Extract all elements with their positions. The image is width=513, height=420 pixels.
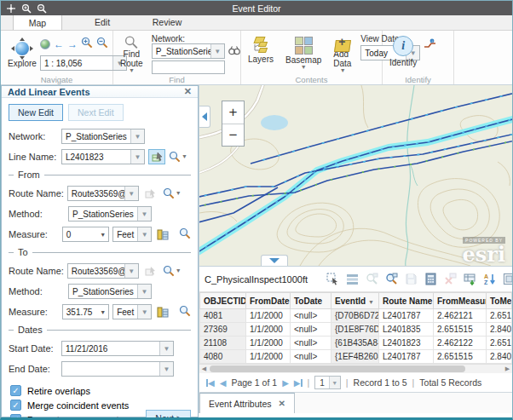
save-icon[interactable] bbox=[405, 272, 418, 286]
zoom-out-icon[interactable] bbox=[37, 3, 47, 14]
col-tomeasure[interactable]: ToMea bbox=[487, 293, 512, 309]
end-date-picker[interactable]: ▼ bbox=[61, 361, 174, 377]
delete-record-icon[interactable] bbox=[444, 272, 457, 286]
select-records-icon[interactable] bbox=[326, 272, 339, 286]
next-page-icon[interactable]: ▶ bbox=[282, 378, 289, 388]
map-zoom-out-button[interactable]: − bbox=[222, 124, 244, 146]
scrollbar-thumb[interactable] bbox=[210, 365, 465, 372]
chevron-down-icon[interactable]: ▼ bbox=[137, 305, 151, 319]
zoom-to-to-route-button[interactable]: ▼ bbox=[163, 265, 182, 277]
first-page-icon[interactable]: ◀ bbox=[206, 378, 215, 388]
select-line-on-map-icon[interactable] bbox=[148, 149, 165, 164]
append-records-icon[interactable] bbox=[464, 272, 476, 286]
find-route-input[interactable] bbox=[152, 60, 225, 74]
zoom-to-to-measure-icon[interactable] bbox=[179, 305, 191, 319]
new-edit-button[interactable]: New Edit bbox=[9, 104, 63, 121]
to-measure-input[interactable]: 351.75 ▼ bbox=[62, 304, 109, 319]
chevron-down-icon[interactable]: ▼ bbox=[329, 377, 340, 388]
chevron-down-icon[interactable]: ▼ bbox=[137, 207, 151, 221]
last-page-icon[interactable]: ▶ bbox=[294, 378, 303, 388]
chevron-down-icon[interactable]: ▼ bbox=[159, 342, 173, 355]
show-selected-records-icon[interactable] bbox=[346, 272, 359, 286]
collapse-table-button[interactable] bbox=[261, 255, 288, 266]
horizontal-scrollbar[interactable]: ◀ ▶ bbox=[199, 364, 512, 373]
to-route-select[interactable]: Route33569@Cent ▼ bbox=[67, 263, 139, 279]
checkbox-checked-icon[interactable]: ✓ bbox=[10, 400, 21, 411]
close-icon[interactable]: ✕ bbox=[279, 399, 285, 408]
next-button[interactable]: Next > bbox=[146, 410, 191, 420]
find-network-select[interactable]: P_StationSeries ▼ bbox=[152, 43, 225, 59]
table-row[interactable]: 273691/1/2000<null>{D1E8F76D-FL24018352.… bbox=[200, 323, 512, 337]
tab-event-attributes[interactable]: Event Attributes ✕ bbox=[199, 393, 295, 413]
calculator-icon[interactable] bbox=[424, 272, 437, 286]
zoom-to-line-button[interactable]: ▼ bbox=[169, 151, 187, 163]
zoom-to-selected-icon[interactable] bbox=[366, 272, 378, 286]
zoom-in-icon[interactable] bbox=[21, 3, 32, 14]
sort-icon[interactable]: AZ bbox=[483, 272, 496, 286]
map-zoom-in-button[interactable]: + bbox=[222, 101, 244, 124]
pick-from-measure-icon[interactable] bbox=[155, 227, 170, 242]
to-method-select[interactable]: P_StationSeries ▼ bbox=[68, 284, 152, 299]
chevron-down-icon[interactable]: ▼ bbox=[130, 150, 144, 164]
chevron-down-icon[interactable]: ▼ bbox=[210, 44, 224, 58]
attribute-window-icon[interactable] bbox=[503, 272, 513, 286]
collapse-panel-left-button[interactable] bbox=[199, 106, 210, 128]
chevron-down-icon[interactable]: ▼ bbox=[124, 187, 138, 200]
chevron-down-icon[interactable]: ▼ bbox=[130, 129, 144, 143]
basemap-button[interactable]: Basemap ▼ bbox=[282, 33, 325, 74]
table-row[interactable]: 211081/1/2000<null>{61B435A8-32L24018232… bbox=[200, 337, 512, 350]
identify-route-location-icon[interactable]: i bbox=[424, 38, 436, 74]
pan-to-selected-icon[interactable] bbox=[385, 272, 398, 286]
previous-page-icon[interactable]: ◀ bbox=[220, 378, 227, 388]
pan-icon[interactable] bbox=[6, 3, 16, 14]
previous-extent-icon[interactable]: ← bbox=[54, 39, 64, 49]
zoom-to-from-measure-icon[interactable] bbox=[179, 227, 191, 241]
line-name-select[interactable]: L2401823 ▼ bbox=[61, 149, 145, 164]
chevron-down-icon[interactable]: ▼ bbox=[137, 227, 151, 241]
col-eventid[interactable]: EventId ▼ bbox=[331, 293, 379, 309]
layers-button[interactable]: Layers bbox=[245, 33, 277, 74]
from-measure-input[interactable]: 0 ▼ bbox=[62, 227, 109, 242]
col-fromdate[interactable]: FromDate bbox=[246, 293, 291, 309]
from-route-select[interactable]: Route33569@Cent ▼ bbox=[67, 186, 139, 201]
checkbox-checked-icon[interactable]: ✓ bbox=[10, 385, 21, 396]
find-route-button[interactable]: Find Route ▼ bbox=[117, 33, 147, 74]
table-row[interactable]: 40801/1/2000<null>{1EF4B260-F0L24017872.… bbox=[200, 350, 512, 364]
binoculars-icon[interactable] bbox=[228, 43, 240, 59]
col-frommeasure[interactable]: FromMeasure bbox=[434, 293, 487, 309]
pick-to-measure-icon[interactable] bbox=[155, 304, 170, 319]
zoom-out-tool-icon[interactable] bbox=[96, 37, 108, 52]
page-number-select[interactable]: 1 ▼ bbox=[314, 376, 341, 389]
chevron-down-icon[interactable]: ▼ bbox=[137, 285, 151, 298]
chevron-down-icon[interactable]: ▼ bbox=[100, 309, 108, 315]
scroll-left-icon[interactable]: ◀ bbox=[199, 365, 209, 373]
start-date-picker[interactable]: 11/21/2016 ▼ bbox=[61, 341, 174, 356]
col-objectid[interactable]: OBJECTID bbox=[200, 293, 246, 309]
tab-map[interactable]: Map bbox=[13, 14, 62, 30]
chevron-down-icon[interactable]: ▼ bbox=[100, 232, 108, 238]
tab-review[interactable]: Review bbox=[142, 14, 192, 30]
retire-overlaps-option[interactable]: ✓ Retire overlaps bbox=[10, 385, 191, 396]
explore-button[interactable]: Explore bbox=[4, 33, 40, 74]
tab-edit[interactable]: Edit bbox=[78, 14, 127, 30]
to-unit-select[interactable]: Feet ▼ bbox=[112, 304, 152, 319]
identify-button[interactable]: i Identify bbox=[386, 33, 420, 74]
from-method-select[interactable]: P_StationSeries ▼ bbox=[68, 206, 152, 222]
from-unit-select[interactable]: Feet ▼ bbox=[112, 227, 152, 242]
map-view[interactable]: + − POWERED BY esri bbox=[199, 85, 512, 266]
col-routename[interactable]: Route Name bbox=[379, 293, 434, 309]
select-to-route-on-map-icon[interactable] bbox=[142, 263, 159, 279]
checkbox-checked-icon[interactable]: ✓ bbox=[10, 414, 21, 420]
next-edit-button[interactable]: Next Edit bbox=[68, 104, 124, 121]
chevron-down-icon[interactable]: ▼ bbox=[124, 264, 138, 278]
full-extent-icon[interactable] bbox=[40, 39, 50, 49]
select-from-route-on-map-icon[interactable] bbox=[142, 186, 159, 201]
add-data-button[interactable]: + Add Data ▼ bbox=[330, 33, 355, 74]
zoom-to-from-route-button[interactable]: ▼ bbox=[163, 187, 182, 199]
network-select[interactable]: P_StationSeries ▼ bbox=[61, 129, 145, 144]
close-icon[interactable]: ✕ bbox=[184, 86, 192, 97]
next-extent-icon[interactable]: → bbox=[67, 39, 78, 49]
zoom-in-tool-icon[interactable] bbox=[81, 37, 93, 52]
col-todate[interactable]: ToDate bbox=[291, 293, 331, 309]
chevron-down-icon[interactable]: ▼ bbox=[159, 362, 173, 376]
